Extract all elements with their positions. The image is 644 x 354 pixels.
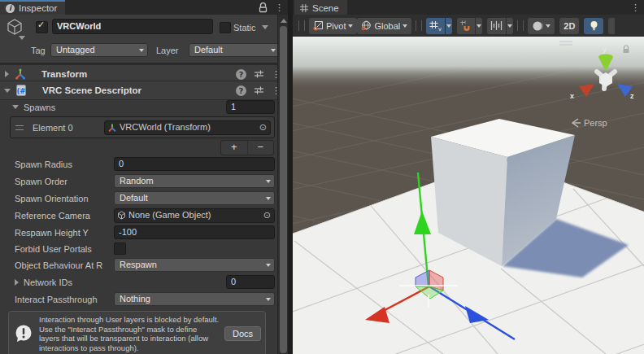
axis-x-label: x xyxy=(570,92,574,100)
shading-mode-button[interactable] xyxy=(528,18,555,34)
network-ids-field[interactable]: 0 xyxy=(226,275,275,289)
gameobject-icon-dropdown[interactable] xyxy=(19,36,25,40)
chevron-down-icon xyxy=(348,24,353,28)
unlock-icon[interactable] xyxy=(258,2,268,13)
grid-options-dropdown[interactable] xyxy=(446,18,452,34)
row-network-ids: Network IDs 0 xyxy=(0,273,277,291)
add-element-button[interactable]: + xyxy=(221,141,248,155)
help-icon[interactable]: ? xyxy=(236,85,246,96)
static-checkbox[interactable] xyxy=(220,22,231,33)
drag-handle-icon[interactable] xyxy=(15,125,24,130)
spawns-count-field[interactable]: 1 xyxy=(226,100,275,114)
reference-camera-value: None (Game Object) xyxy=(128,209,259,221)
gameobject-header: ✓ VRCWorld Static Tag Untagged Layer Def… xyxy=(0,15,288,64)
toolbar-drag-handle[interactable] xyxy=(298,20,305,31)
scene-menu-icon[interactable]: ⋮ xyxy=(631,3,640,12)
scroll-up-icon[interactable] xyxy=(281,19,287,23)
2d-toggle-button[interactable]: 2D xyxy=(559,18,579,34)
spawn-object-field[interactable]: VRCWorld (Transform) ⊙ xyxy=(104,120,271,135)
scene-tabbar: Scene ⋮ xyxy=(293,0,644,15)
scene-viewport[interactable]: y x z Persp xyxy=(293,37,644,354)
transform-title: Transform xyxy=(41,69,87,79)
transform-icon xyxy=(107,123,117,133)
descriptor-foldout-icon[interactable] xyxy=(4,89,11,93)
help-icon[interactable]: ? xyxy=(236,69,246,80)
inspector-panel: i Inspector ⋮ ✓ V xyxy=(0,0,288,354)
axis-y-label: y xyxy=(603,46,607,54)
spawns-foldout-icon[interactable] xyxy=(12,105,19,109)
interact-passthrough-dropdown[interactable]: Nothing xyxy=(114,292,275,306)
row-reference-camera: Reference Camera None (Game Object) ⊙ xyxy=(0,207,277,224)
row-spawn-order: Spawn Order Random xyxy=(0,173,277,190)
gameobject-name-field[interactable]: VRCWorld xyxy=(52,19,213,34)
toolbar-separator xyxy=(517,20,524,31)
tag-dropdown[interactable]: Untagged xyxy=(50,43,148,57)
reference-camera-label: Reference Camera xyxy=(15,211,114,221)
svg-text:(#: (# xyxy=(16,87,25,95)
svg-text:y: y xyxy=(438,26,442,32)
object-picker-icon[interactable]: ⊙ xyxy=(257,123,269,132)
snap-toggle[interactable] xyxy=(457,18,475,34)
forbid-portals-label: Forbid User Portals xyxy=(15,244,114,254)
measure-tool-button[interactable] xyxy=(487,18,506,34)
tab-scene[interactable]: Scene xyxy=(294,0,347,15)
descriptor-component-header[interactable]: (# VRC Scene Descriptor ? ⋮ xyxy=(0,81,288,100)
chevron-down-icon xyxy=(546,24,550,28)
respawn-height-field[interactable]: -100 xyxy=(114,225,275,239)
pivot-button[interactable]: Pivot xyxy=(309,18,357,34)
snap-options-dropdown[interactable] xyxy=(476,18,482,34)
element-label: Element 0 xyxy=(33,123,104,133)
transform-foldout-icon[interactable] xyxy=(5,71,9,77)
grid-visibility-toggle[interactable]: y xyxy=(426,18,445,34)
scene-lighting-toggle[interactable] xyxy=(584,18,603,34)
ruler-icon xyxy=(490,20,503,31)
gameobject-active-checkbox[interactable]: ✓ xyxy=(36,21,48,33)
spawn-object-value: VRCWorld (Transform) xyxy=(120,121,255,133)
spawn-orientation-dropdown[interactable]: Default xyxy=(114,191,275,205)
transform-icon xyxy=(14,68,27,81)
chevron-down-icon xyxy=(507,24,512,28)
tab-inspector[interactable]: i Inspector xyxy=(0,0,65,15)
layer-label: Layer xyxy=(156,46,179,55)
measure-options-dropdown[interactable] xyxy=(507,18,513,34)
spawn-radius-field[interactable]: 0 xyxy=(114,157,275,171)
forbid-portals-checkbox[interactable] xyxy=(114,243,126,255)
spawns-label: Spawns xyxy=(24,103,55,112)
snap-magnet-icon xyxy=(460,20,472,31)
persp-label[interactable]: Persp xyxy=(584,118,607,128)
inspector-menu-icon[interactable]: ⋮ xyxy=(275,3,284,12)
row-object-behaviour: Object Behaviour At R Respawn xyxy=(0,256,277,273)
gameobject-cube-icon[interactable] xyxy=(6,18,24,36)
help-text: Interaction through User layers is block… xyxy=(39,315,220,352)
static-label: Static xyxy=(233,23,256,33)
scene-panel: Scene ⋮ Pivot xyxy=(293,0,644,354)
object-behaviour-dropdown[interactable]: Respawn xyxy=(114,258,275,272)
light-bulb-icon xyxy=(590,20,598,32)
chevron-down-icon xyxy=(402,24,407,28)
clipped-toolbar-button[interactable] xyxy=(608,18,615,34)
presets-icon[interactable] xyxy=(254,69,264,79)
scrollbar-thumb[interactable] xyxy=(280,26,287,353)
gameobject-mini-icon xyxy=(117,211,126,220)
warning-bubble-icon xyxy=(13,323,34,344)
network-ids-label: Network IDs xyxy=(24,278,72,287)
layer-dropdown[interactable]: Default xyxy=(189,43,280,57)
tab-scene-label: Scene xyxy=(312,3,339,13)
reference-camera-field[interactable]: None (Game Object) ⊙ xyxy=(114,208,275,223)
global-button[interactable]: Global xyxy=(357,18,411,34)
remove-element-button[interactable]: − xyxy=(248,141,274,155)
inspector-scrollbar[interactable] xyxy=(277,15,289,354)
spawn-order-label: Spawn Order xyxy=(15,177,114,186)
scene-toolbar: Pivot Global y xyxy=(293,15,644,37)
spawn-order-dropdown[interactable]: Random xyxy=(114,174,275,188)
spawns-row: Spawns 1 xyxy=(0,98,277,116)
docs-button[interactable]: Docs xyxy=(224,326,261,341)
presets-icon[interactable] xyxy=(254,85,264,95)
network-ids-foldout-icon[interactable] xyxy=(15,279,19,286)
object-picker-icon[interactable]: ⊙ xyxy=(261,211,273,220)
static-dropdown-icon[interactable] xyxy=(262,25,268,29)
globe-icon xyxy=(361,20,372,31)
spawn-element-row[interactable]: Element 0 VRCWorld (Transform) ⊙ xyxy=(10,116,275,138)
projection-toggle[interactable]: Persp xyxy=(572,118,607,128)
info-icon: i xyxy=(6,4,15,13)
